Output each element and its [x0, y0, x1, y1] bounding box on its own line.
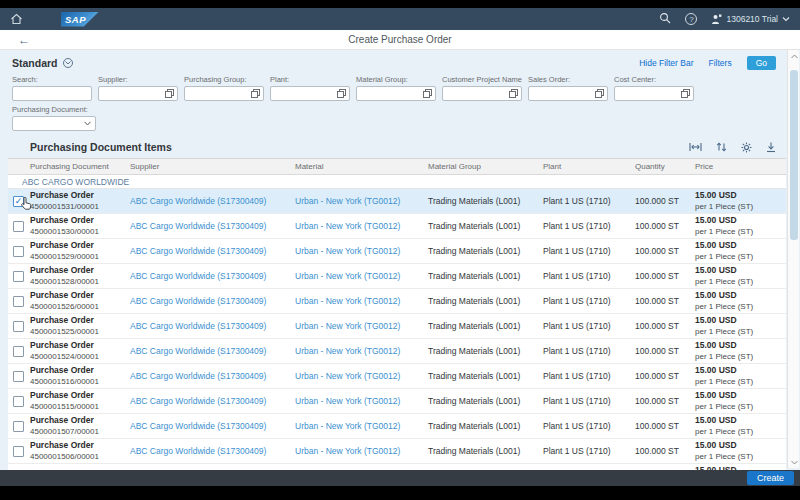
column-header-plant[interactable]: Plant — [541, 162, 633, 171]
cell-supplier-link[interactable]: ABC Cargo Worldwide (S17300409) — [128, 271, 293, 281]
row-checkbox[interactable] — [13, 221, 24, 232]
row-checkbox[interactable] — [13, 246, 24, 257]
filter-bar: Standard Hide Filter Bar Filters Go Sear… — [0, 50, 788, 131]
sales-order-input[interactable] — [528, 86, 608, 101]
filter-field-label: Search: — [12, 75, 92, 84]
settings-gear-icon[interactable] — [741, 142, 752, 153]
cell-material-link[interactable]: Urban - New York (TG0012) — [293, 296, 426, 306]
variant-selector[interactable]: Standard — [12, 57, 58, 69]
supplier-input[interactable] — [98, 86, 178, 101]
cell-material-link[interactable]: Urban - New York (TG0012) — [293, 196, 426, 206]
row-checkbox[interactable] — [13, 296, 24, 307]
cell-supplier-link[interactable]: ABC Cargo Worldwide (S17300409) — [128, 296, 293, 306]
cell-material-link[interactable]: Urban - New York (TG0012) — [293, 346, 426, 356]
table-row[interactable]: Purchase Order4500001515/00001ABC Cargo … — [8, 389, 786, 414]
user-menu[interactable]: 1306210 Trial — [711, 14, 790, 25]
cell-supplier-link[interactable]: ABC Cargo Worldwide (S17300409) — [128, 371, 293, 381]
scrollbar-up-icon[interactable] — [788, 50, 800, 62]
value-help-icon[interactable] — [337, 89, 346, 98]
document-number: 4500001507/00001 — [30, 426, 128, 437]
cost-center-input[interactable] — [614, 86, 694, 101]
cell-supplier-link[interactable]: ABC Cargo Worldwide (S17300409) — [128, 246, 293, 256]
value-help-icon[interactable] — [595, 89, 604, 98]
row-checkbox[interactable] — [13, 321, 24, 332]
customer-project-name-input[interactable] — [442, 86, 522, 101]
row-checkbox[interactable] — [13, 396, 24, 407]
row-checkbox[interactable] — [13, 421, 24, 432]
material-group-input[interactable] — [356, 86, 436, 101]
cell-supplier-link[interactable]: ABC Cargo Worldwide (S17300409) — [128, 446, 293, 456]
cell-material-link[interactable]: Urban - New York (TG0012) — [293, 271, 426, 281]
purchasing-group-input[interactable] — [184, 86, 264, 101]
search-input[interactable] — [12, 86, 92, 101]
create-button[interactable]: Create — [747, 471, 794, 485]
cell-price: 15.00 USDper 1 Piece (ST) — [693, 365, 786, 387]
cell-material-link[interactable]: Urban - New York (TG0012) — [293, 446, 426, 456]
hide-filter-bar-link[interactable]: Hide Filter Bar — [639, 58, 693, 68]
column-header-material[interactable]: Material — [293, 162, 426, 171]
table-row[interactable]: Purchase Order4500001526/00001ABC Cargo … — [8, 289, 786, 314]
column-header-supplier[interactable]: Supplier — [128, 162, 293, 171]
help-icon[interactable]: ? — [685, 13, 697, 25]
table-row[interactable]: Purchase Order4500001506/00001ABC Cargo … — [8, 439, 786, 464]
cell-supplier-link[interactable]: ABC Cargo Worldwide (S17300409) — [128, 196, 293, 206]
variant-dropdown-icon[interactable] — [63, 58, 73, 68]
table-row[interactable]: Purchase Order4500001524/00001ABC Cargo … — [8, 339, 786, 364]
go-button[interactable]: Go — [747, 56, 776, 70]
filter-field-plant: Plant: — [270, 75, 350, 101]
cell-material-group: Trading Materials (L001) — [426, 221, 541, 231]
cell-material-link[interactable]: Urban - New York (TG0012) — [293, 421, 426, 431]
search-icon[interactable] — [659, 10, 671, 28]
back-arrow-icon[interactable]: ← — [18, 34, 30, 46]
value-help-icon[interactable] — [251, 89, 260, 98]
cell-material-link[interactable]: Urban - New York (TG0012) — [293, 396, 426, 406]
cell-material-link[interactable]: Urban - New York (TG0012) — [293, 221, 426, 231]
value-help-icon[interactable] — [509, 89, 518, 98]
cell-material-link[interactable]: Urban - New York (TG0012) — [293, 371, 426, 381]
document-number: 4500001526/00001 — [30, 301, 128, 312]
table-row[interactable]: Purchase Order4500001516/00001ABC Cargo … — [8, 364, 786, 389]
row-checkbox[interactable]: ✓ — [13, 196, 24, 207]
row-checkbox[interactable] — [13, 271, 24, 282]
sort-icon[interactable] — [716, 142, 727, 152]
document-number: 4500001515/00001 — [30, 401, 128, 412]
value-help-icon[interactable] — [423, 89, 432, 98]
cell-supplier-link[interactable]: ABC Cargo Worldwide (S17300409) — [128, 396, 293, 406]
cell-material-link[interactable]: Urban - New York (TG0012) — [293, 246, 426, 256]
cell-supplier-link[interactable]: ABC Cargo Worldwide (S17300409) — [128, 321, 293, 331]
plant-input[interactable] — [270, 86, 350, 101]
home-icon[interactable] — [10, 13, 23, 25]
value-help-icon[interactable] — [165, 89, 174, 98]
row-checkbox[interactable] — [13, 346, 24, 357]
price-unit: per 1 Piece (ST) — [695, 201, 786, 212]
row-checkbox[interactable] — [13, 446, 24, 457]
cell-supplier-link[interactable]: ABC Cargo Worldwide (S17300409) — [128, 346, 293, 356]
cell-supplier-link[interactable]: ABC Cargo Worldwide (S17300409) — [128, 421, 293, 431]
column-header-purchasing-document[interactable]: Purchasing Document — [28, 162, 128, 171]
cell-material-link[interactable]: Urban - New York (TG0012) — [293, 321, 426, 331]
cell-plant: Plant 1 US (1710) — [541, 396, 633, 406]
table-row[interactable]: ✓Purchase Order4500001531/00001ABC Cargo… — [8, 189, 786, 214]
filter-field-label: Sales Order: — [528, 75, 608, 84]
scrollbar-down-icon[interactable] — [788, 456, 800, 468]
vertical-scrollbar[interactable] — [787, 50, 799, 468]
table-row[interactable]: Purchase Order4500001530/00001ABC Cargo … — [8, 214, 786, 239]
table-row[interactable]: Purchase Order4500001507/00001ABC Cargo … — [8, 414, 786, 439]
cell-purchasing-document: Purchase Order4500001515/00001 — [28, 390, 128, 412]
cell-supplier-link[interactable]: ABC Cargo Worldwide (S17300409) — [128, 221, 293, 231]
row-checkbox[interactable] — [13, 371, 24, 382]
table-row[interactable]: Purchase Order4500001529/00001ABC Cargo … — [8, 239, 786, 264]
table-row[interactable]: Purchase Order4500001528/00001ABC Cargo … — [8, 264, 786, 289]
column-header-material-group[interactable]: Material Group — [426, 162, 541, 171]
column-header-quantity[interactable]: Quantity — [633, 162, 693, 171]
user-name: 1306210 Trial — [726, 14, 778, 24]
export-icon[interactable] — [766, 142, 776, 153]
resize-columns-icon[interactable] — [689, 142, 702, 152]
column-header-price[interactable]: Price — [693, 162, 786, 171]
purchasing-document-select[interactable] — [12, 116, 96, 131]
scrollbar-thumb[interactable] — [790, 70, 798, 240]
filters-link[interactable]: Filters — [709, 58, 732, 68]
table-row[interactable]: Purchase Order4500001525/00001ABC Cargo … — [8, 314, 786, 339]
filter-fields: Search:Supplier:Purchasing Group:Plant:M… — [12, 75, 776, 101]
value-help-icon[interactable] — [681, 89, 690, 98]
